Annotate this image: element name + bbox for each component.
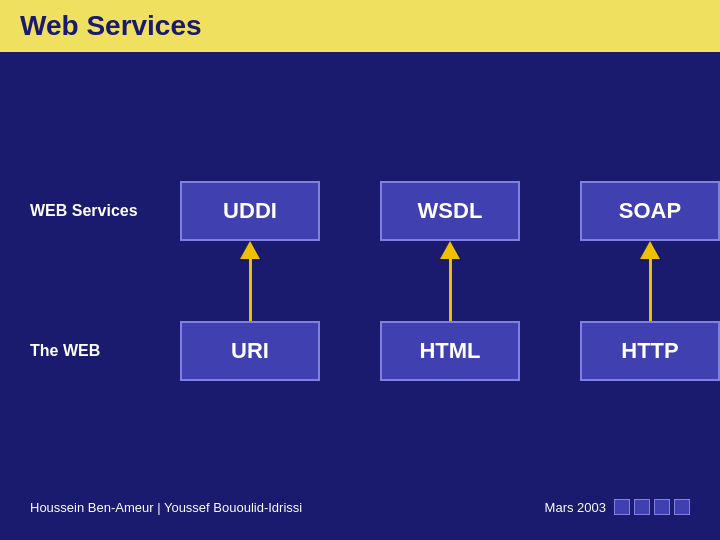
arrow-up-1 bbox=[240, 241, 260, 321]
footer: Houssein Ben-Ameur | Youssef Bououlid-Id… bbox=[30, 489, 690, 520]
web-services-boxes: UDDI WSDL SOAP bbox=[180, 181, 720, 241]
soap-box: SOAP bbox=[580, 181, 720, 241]
uri-box: URI bbox=[180, 321, 320, 381]
web-services-label: WEB Services bbox=[30, 202, 180, 220]
the-web-row: The WEB URI HTML HTTP bbox=[30, 321, 690, 381]
http-box: HTTP bbox=[580, 321, 720, 381]
arrows bbox=[180, 241, 720, 321]
the-web-label: The WEB bbox=[30, 342, 180, 360]
arrows-row bbox=[30, 241, 690, 321]
square-4 bbox=[674, 499, 690, 515]
wsdl-box: WSDL bbox=[380, 181, 520, 241]
uddi-box: UDDI bbox=[180, 181, 320, 241]
footer-authors: Houssein Ben-Ameur | Youssef Bououlid-Id… bbox=[30, 500, 302, 515]
arrow-line-3 bbox=[649, 259, 652, 321]
square-3 bbox=[654, 499, 670, 515]
arrow-2 bbox=[380, 241, 520, 321]
arrow-up-2 bbox=[440, 241, 460, 321]
header: Web Services bbox=[0, 0, 720, 52]
main-content: WEB Services UDDI WSDL SOAP bbox=[0, 52, 720, 540]
arrow-line-2 bbox=[449, 259, 452, 321]
arrow-3 bbox=[580, 241, 720, 321]
footer-date: Mars 2003 bbox=[545, 500, 606, 515]
square-1 bbox=[614, 499, 630, 515]
footer-right: Mars 2003 bbox=[545, 499, 690, 515]
the-web-boxes: URI HTML HTTP bbox=[180, 321, 720, 381]
arrow-line-1 bbox=[249, 259, 252, 321]
arrowhead-1 bbox=[240, 241, 260, 259]
page-title: Web Services bbox=[20, 10, 202, 42]
html-box: HTML bbox=[380, 321, 520, 381]
diagram: WEB Services UDDI WSDL SOAP bbox=[30, 72, 690, 489]
arrowhead-2 bbox=[440, 241, 460, 259]
arrow-1 bbox=[180, 241, 320, 321]
web-services-row: WEB Services UDDI WSDL SOAP bbox=[30, 181, 690, 241]
footer-squares bbox=[614, 499, 690, 515]
arrow-up-3 bbox=[640, 241, 660, 321]
square-2 bbox=[634, 499, 650, 515]
arrowhead-3 bbox=[640, 241, 660, 259]
